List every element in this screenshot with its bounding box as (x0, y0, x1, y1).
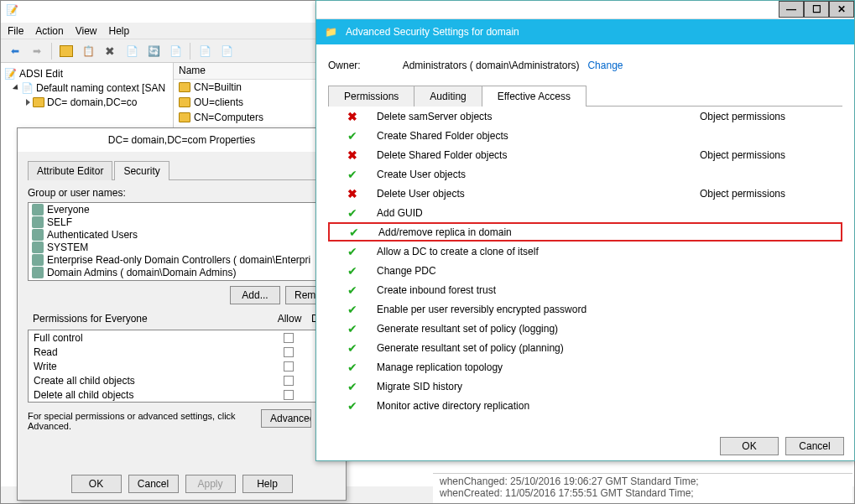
help-button[interactable]: Help (242, 475, 293, 493)
properties-button[interactable] (79, 42, 97, 60)
deny-icon: ✖ (347, 187, 357, 200)
group-item[interactable]: Authenticated Users (29, 228, 335, 241)
adv-minimize-button[interactable]: — (779, 1, 804, 18)
tab-effective-access[interactable]: Effective Access (482, 86, 587, 107)
group-list[interactable]: EveryoneSELFAuthenticated UsersSYSTEMEnt… (28, 202, 336, 281)
folder-icon (179, 97, 190, 107)
folder-icon (179, 112, 190, 122)
delete-button[interactable] (101, 42, 119, 60)
group-icon (32, 216, 44, 228)
export-button[interactable] (166, 42, 185, 60)
group-item[interactable]: Everyone (29, 203, 335, 216)
allow-icon: ✔ (347, 380, 357, 393)
menu-view[interactable]: View (76, 25, 97, 37)
allow-icon: ✔ (347, 399, 357, 413)
tab-auditing[interactable]: Auditing (414, 86, 482, 107)
effective-access-row[interactable]: ✔Migrate SID history (328, 377, 842, 396)
adv-tabs: Permissions Auditing Effective Access (328, 85, 842, 107)
advanced-button[interactable]: Advanced (261, 409, 311, 428)
effective-access-row[interactable]: ✔Monitor active directory replication (328, 396, 842, 415)
adv-close-button[interactable]: ✕ (829, 1, 854, 18)
effective-access-row[interactable]: ✖Delete User objectsObject permissions (328, 184, 842, 203)
app-icon: 📝 (6, 4, 18, 16)
permissions-label: Permissions for Everyone (28, 311, 268, 326)
forward-button[interactable] (28, 42, 46, 60)
change-owner-link[interactable]: Change (587, 60, 623, 71)
owner-row: Owner: Administrators ( domain\Administr… (328, 60, 842, 71)
ok-button[interactable]: OK (71, 475, 122, 493)
add-button[interactable]: Add... (230, 286, 280, 304)
effective-access-list[interactable]: ✖Delete samServer objectsObject permissi… (328, 107, 842, 418)
groups-label: Group or user names: (28, 187, 336, 199)
adv-title: Advanced Security Settings for domain (346, 26, 519, 38)
allow-icon: ✔ (347, 341, 357, 355)
allow-checkbox[interactable] (284, 376, 294, 386)
group-icon (32, 254, 44, 266)
up-button[interactable] (57, 42, 76, 60)
group-item[interactable]: Enterprise Read-only Domain Controllers … (29, 253, 335, 266)
allow-checkbox[interactable] (284, 361, 294, 372)
adv-maximize-button[interactable]: ☐ (804, 1, 829, 18)
allow-icon: ✔ (347, 206, 357, 220)
permissions-list: Full controlReadWriteCreate all child ob… (28, 330, 336, 403)
menu-help[interactable]: Help (109, 25, 130, 37)
allow-checkbox[interactable] (284, 347, 294, 357)
effective-access-row[interactable]: ✖Delete samServer objectsObject permissi… (328, 107, 842, 126)
effective-access-row[interactable]: ✔Create Shared Folder objects (328, 126, 842, 145)
group-icon (32, 229, 44, 241)
allow-icon: ✔ (347, 283, 357, 297)
effective-access-row[interactable]: ✔Change PDC (328, 261, 842, 280)
effective-access-row[interactable]: ✔Manage replication topology (328, 357, 842, 377)
tab-attribute-editor[interactable]: Attribute Editor (28, 161, 112, 180)
attribute-summary: whenChanged: 25/10/2016 19:06:27 GMT Sta… (433, 473, 852, 503)
view-button-2[interactable] (217, 42, 236, 60)
effective-access-row[interactable]: ✔Create User objects (328, 164, 842, 184)
effective-access-row[interactable]: ✔Enable per user reversibly encrypted pa… (328, 299, 842, 319)
effective-access-row[interactable]: ✔Create inbound forest trust (328, 280, 842, 299)
owner-label: Owner: (328, 60, 361, 71)
adv-header: 📁 Advanced Security Settings for domain (316, 19, 854, 44)
props-titlebar: DC= domain,DC=com Properties (18, 128, 346, 152)
view-button-1[interactable] (196, 42, 214, 60)
menu-action[interactable]: Action (35, 25, 63, 37)
effective-access-row[interactable]: ✖Delete Shared Folder objectsObject perm… (328, 145, 842, 164)
allow-icon: ✔ (347, 129, 357, 143)
col-allow: Allow (268, 311, 310, 326)
effective-access-row[interactable]: ✔Generate resultant set of policy (plann… (328, 338, 842, 357)
cancel-button[interactable]: Cancel (128, 475, 179, 493)
allow-checkbox[interactable] (284, 390, 294, 400)
folder-icon (179, 82, 190, 92)
permission-row: Create all child objects (29, 373, 335, 387)
adv-ok-button[interactable]: OK (720, 437, 779, 455)
effective-access-row[interactable]: ✔Allow a DC to create a clone of itself (328, 242, 842, 261)
tab-permissions[interactable]: Permissions (328, 86, 414, 107)
back-button[interactable] (6, 42, 24, 60)
effective-access-row[interactable]: ✔Generate resultant set of policy (loggi… (328, 319, 842, 338)
effective-access-row[interactable]: ✔Add GUID (328, 203, 842, 222)
apply-button[interactable]: Apply (185, 475, 236, 493)
tree-root[interactable]: 📝ADSI Edit (4, 66, 169, 81)
menu-file[interactable]: File (8, 25, 23, 37)
group-item[interactable]: SYSTEM (29, 241, 335, 253)
deny-icon: ✖ (347, 148, 357, 162)
sheet-button[interactable] (123, 42, 141, 60)
group-icon (32, 204, 44, 216)
refresh-button[interactable] (144, 42, 163, 60)
permission-row: Full control (29, 330, 335, 345)
allow-icon: ✔ (347, 361, 357, 374)
group-item[interactable]: SELF (29, 216, 335, 228)
tree-context[interactable]: 📄Default naming context [SAN (4, 81, 169, 95)
allow-icon: ✔ (347, 264, 357, 278)
permission-row: Write (29, 359, 335, 373)
effective-access-row[interactable]: ✔Add/remove replica in domain (328, 222, 842, 242)
tree-dc[interactable]: DC= domain,DC=co (4, 95, 169, 109)
adv-cancel-button[interactable]: Cancel (785, 437, 844, 455)
group-item[interactable]: Domain Admins ( domain\Domain Admins) (29, 266, 335, 278)
owner-value: Administrators ( domain\Administrators) (403, 60, 580, 71)
allow-icon: ✔ (347, 303, 357, 316)
allow-icon: ✔ (347, 322, 357, 335)
tab-security[interactable]: Security (114, 161, 169, 180)
advanced-security-window: — ☐ ✕ 📁 Advanced Security Settings for d… (315, 0, 855, 461)
allow-checkbox[interactable] (284, 333, 294, 343)
props-tabs: Attribute Editor Security (28, 160, 336, 180)
